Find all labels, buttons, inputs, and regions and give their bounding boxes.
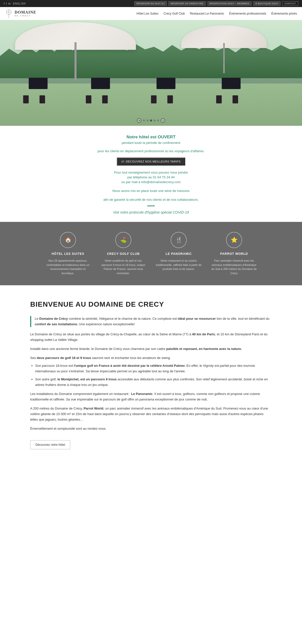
- feature-parrot-desc: Parc animalier immersif avec les animaux…: [210, 259, 258, 275]
- feature-hotel-title: HÔTEL LES SUITES: [44, 252, 92, 256]
- notice-measures-line2: afin de garantir la sécurité de nos clie…: [5, 198, 297, 202]
- hero-scene: ⏸: [0, 20, 302, 126]
- slider-dot-1[interactable]: [143, 119, 145, 122]
- slider-controls: ⏸: [137, 118, 165, 123]
- intro-bar: [30, 316, 31, 327]
- welcome-para4: Les installations du Domaine comprennent…: [30, 391, 272, 402]
- welcome-para1: Le Domaine de Crécy se situe aux portes …: [30, 332, 272, 343]
- nav-hotel[interactable]: Hôtel Les Suites: [136, 12, 158, 15]
- nav-golf[interactable]: Crecy Golf Club: [164, 12, 185, 15]
- reserve-night-button[interactable]: RÉSERVER MA NUIT ICI: [134, 1, 167, 6]
- notice-contact-line3: ou par mail à info@domainedecrecy.com: [5, 180, 297, 184]
- chair-8: [233, 95, 238, 103]
- hotel-icon: 🏠: [65, 237, 71, 243]
- restaurant-icon: 🍴: [175, 237, 182, 243]
- top-bar-right: RÉSERVER MA NUIT ICI RÉSERVER UN GREEN-F…: [134, 1, 298, 6]
- twitter-icon[interactable]: t: [6, 2, 7, 5]
- feature-golf-desc: Notre académie de golf et nos parcours 9…: [99, 259, 147, 275]
- feature-hotel-desc: Nos 28 appartements spacieux, confortabl…: [44, 259, 92, 275]
- feature-parrot: ⭐ PARROT WORLD Parc animalier immersif a…: [206, 232, 262, 275]
- welcome-title: BIENVENUE AU DOMAINE DE CRECY: [30, 300, 272, 308]
- hotel-icon-circle: 🏠: [60, 232, 76, 248]
- logo-icon: [5, 9, 13, 18]
- restaurant-icon-circle: 🍴: [171, 232, 187, 248]
- notice-divider: [147, 206, 155, 206]
- eboutique-button[interactable]: E-BOUTIQUE GOLF: [253, 1, 281, 6]
- logo[interactable]: DOMAINE DE CRECY: [5, 9, 36, 18]
- welcome-section: BIENVENUE AU DOMAINE DE CRECY Le Domaine…: [0, 285, 302, 459]
- umbrella-right: [181, 25, 269, 66]
- welcome-para5: A 200 mètres du Domaine de Crécy, Parrot…: [30, 406, 272, 422]
- feature-parrot-title: PARROT WORLD: [210, 252, 258, 256]
- instagram-icon[interactable]: in: [8, 2, 11, 5]
- notice-subtitle2: pour les clients en déplacement professi…: [5, 149, 297, 153]
- chairs-row: [15, 85, 287, 105]
- golf-icon-circle: ⛳: [115, 232, 131, 248]
- golf-bullets: Son parcours 18-trous est l'unique golf …: [35, 363, 272, 388]
- chair-4: [102, 95, 108, 103]
- notice-section: Notre hôtel est OUVERT pendant toute la …: [0, 126, 302, 222]
- feature-hotel: 🏠 HÔTEL LES SUITES Nos 28 appartements s…: [40, 232, 96, 275]
- golf-bullet-2: Son autre golf, le Montpichet, est un pa…: [35, 377, 272, 388]
- golf-bullet-1: Son parcours 18-trous est l'unique golf …: [35, 363, 272, 374]
- umbrella-left: [15, 22, 141, 72]
- welcome-para3: Ses deux parcours de golf 18 et 9 trous …: [30, 355, 272, 387]
- language-selector[interactable]: ENGLISH: [13, 2, 26, 5]
- notice-title: Notre hôtel est OUVERT: [5, 135, 297, 140]
- discover-hotel-button[interactable]: Découvrez notre hôtel: [30, 440, 70, 449]
- golf-icon: ⛳: [120, 237, 127, 243]
- notice-protocol-link[interactable]: Voir notre protocole d'hygiène spécial C…: [5, 210, 297, 214]
- welcome-intro-text: Le Domaine de Crécy combine la sérénité,…: [35, 316, 272, 327]
- umbrella-pole-right: [223, 43, 225, 73]
- slider-dot-3[interactable]: [150, 119, 152, 122]
- main-nav: DOMAINE DE CRECY Hôtel Les Suites Crecy …: [0, 7, 302, 20]
- slider-dot-5[interactable]: [157, 119, 159, 122]
- discover-rates-button[interactable]: 🏷 DÉCOUVREZ NOS MEILLEURS TARIFS: [117, 157, 185, 166]
- parrot-icon: ⭐: [231, 237, 238, 243]
- chair-6: [167, 95, 173, 103]
- notice-contact-line1: Pour tout renseignement vous pouvez nous…: [5, 171, 297, 174]
- welcome-para2: Installé dans une ancienne ferme briarde…: [30, 346, 272, 352]
- parrot-icon-circle: ⭐: [226, 232, 242, 248]
- chair-1: [23, 95, 29, 103]
- facebook-icon[interactable]: f: [4, 2, 5, 5]
- features-section: 🏠 HÔTEL LES SUITES Nos 28 appartements s…: [0, 222, 302, 285]
- feature-golf: ⛳ CRECY GOLF CLUB Notre académie de golf…: [96, 232, 151, 275]
- notice-contact-line2: par téléphone au 01 64 75 34 44: [5, 175, 297, 179]
- contact-button[interactable]: CONTACT: [282, 1, 298, 6]
- nav-events-priv[interactable]: Événements privés: [271, 12, 297, 15]
- feature-panoramic-title: LE PANORAMIC: [155, 252, 203, 256]
- hero-banner: ⏸: [0, 20, 302, 126]
- notice-subtitle1: pendant toute la période de confinement: [5, 141, 297, 145]
- nav-links: Hôtel Les Suites Crecy Golf Club Restaur…: [136, 12, 297, 15]
- reserve-golf-button[interactable]: RÉSERVATION GOLF – MEMBRES: [207, 1, 252, 6]
- feature-golf-title: CRECY GOLF CLUB: [99, 252, 147, 256]
- welcome-para6: Émerveillement et somptuosité sont au re…: [30, 426, 272, 431]
- tag-icon: 🏷: [121, 160, 124, 163]
- top-bar: f t in ENGLISH RÉSERVER MA NUIT ICI RÉSE…: [0, 0, 302, 7]
- chair-5: [151, 95, 157, 103]
- discover-rates-label: DÉCOUVREZ NOS MEILLEURS TARIFS: [126, 160, 181, 163]
- feature-panoramic: 🍴 LE PANORAMIC Notre restaurant et sa cu…: [151, 232, 206, 275]
- top-bar-left: f t in ENGLISH: [4, 2, 26, 5]
- social-links: f t in: [4, 2, 11, 5]
- reserve-greenfee-button[interactable]: RÉSERVER UN GREEN-FEE: [168, 1, 206, 6]
- nav-events-pro[interactable]: Événements professionnels: [229, 12, 266, 15]
- logo-name: DOMAINE: [15, 10, 36, 15]
- welcome-intro: Le Domaine de Crécy combine la sérénité,…: [30, 316, 272, 327]
- chair-2: [40, 95, 45, 103]
- slider-dot-4[interactable]: [154, 119, 156, 122]
- feature-panoramic-desc: Notre restaurant et sa cuisine tradition…: [155, 259, 203, 271]
- chair-3: [86, 95, 91, 103]
- slider-play-button[interactable]: [137, 118, 141, 123]
- slider-pause-button[interactable]: ⏸: [161, 118, 165, 123]
- logo-subtitle: DE CRECY: [15, 15, 36, 17]
- notice-measures-line1: Nous avons mis en place toute une série …: [5, 189, 297, 193]
- chair-7: [216, 95, 222, 103]
- slider-dot-2[interactable]: [146, 119, 148, 122]
- nav-restaurant[interactable]: Restaurant Le Panoramic: [190, 12, 224, 15]
